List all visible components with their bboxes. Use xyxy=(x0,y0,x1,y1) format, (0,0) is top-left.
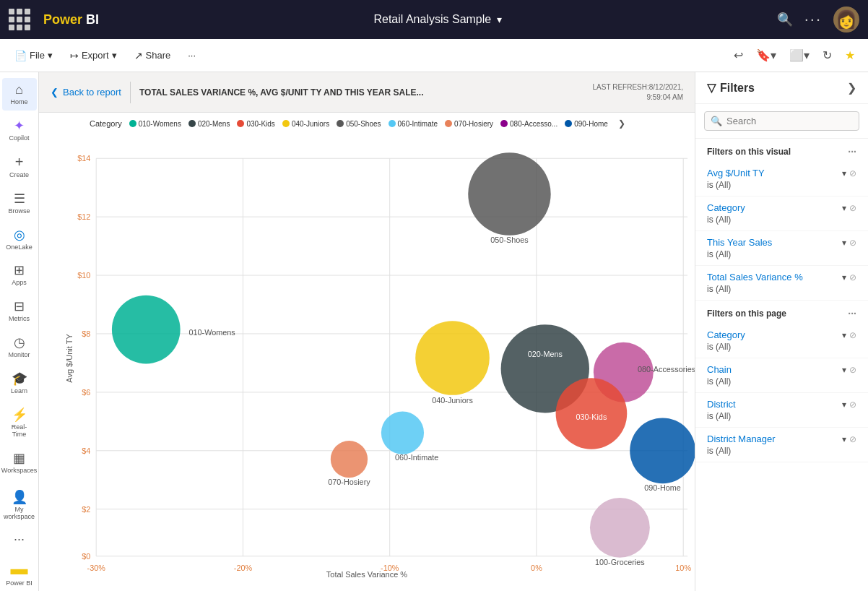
sidebar-item-monitor[interactable]: ◷ Monitor xyxy=(2,330,37,363)
filter-district-clear[interactable]: ⊘ xyxy=(849,400,856,410)
filter-chain-clear[interactable]: ⊘ xyxy=(849,365,856,375)
filters-header: ▽ Filters ❯ xyxy=(695,72,868,104)
filter-this-year-sales-name: This Year Sales xyxy=(707,237,772,248)
copilot-icon: ✦ xyxy=(14,118,25,134)
filter-total-sales-variance-clear[interactable]: ⊘ xyxy=(849,272,856,282)
file-label: File xyxy=(30,50,45,61)
filter-district-manager-chevron[interactable]: ▾ xyxy=(842,434,846,444)
search-magnifier-icon: 🔍 xyxy=(711,116,722,126)
bookmark-button[interactable]: 🔖▾ xyxy=(752,46,781,65)
filter-district-manager-clear[interactable]: ⊘ xyxy=(849,434,856,444)
filter-category-visual-chevron[interactable]: ▾ xyxy=(842,203,846,213)
filter-category-page-value: is (All) xyxy=(707,342,856,352)
filter-this-year-sales-chevron[interactable]: ▾ xyxy=(842,238,846,248)
favorite-button[interactable]: ★ xyxy=(841,46,859,65)
back-to-report-button[interactable]: ❮ Back to report xyxy=(51,87,121,98)
sidebar-item-copilot[interactable]: ✦ Copilot xyxy=(2,113,37,147)
filter-avg-unit-ty[interactable]: Avg $/Unit TY ▾ ⊘ is (All) xyxy=(695,162,868,197)
search-box: 🔍 xyxy=(704,111,859,131)
sidebar-item-browse[interactable]: ☰ Browse xyxy=(2,186,37,220)
more-options-icon[interactable]: ··· xyxy=(804,10,822,29)
sidebar-item-create[interactable]: + Create xyxy=(2,150,37,184)
sidebar-item-metrics[interactable]: ⊟ Metrics xyxy=(2,294,37,327)
filter-total-sales-variance-chevron[interactable]: ▾ xyxy=(842,272,846,282)
avatar[interactable]: 👩 xyxy=(833,7,859,33)
filter-total-sales-variance[interactable]: Total Sales Variance % ▾ ⊘ is (All) xyxy=(695,266,868,301)
filter-this-year-sales[interactable]: This Year Sales ▾ ⊘ is (All) xyxy=(695,231,868,266)
filter-avg-unit-ty-clear[interactable]: ⊘ xyxy=(849,168,856,178)
filter-chain-chevron[interactable]: ▾ xyxy=(842,365,846,375)
filter-category-page-chevron[interactable]: ▾ xyxy=(842,330,846,340)
svg-text:100-Groceries: 100-Groceries xyxy=(595,558,645,566)
sidebar-item-my-workspace[interactable]: 👤 Myworkspace xyxy=(2,485,37,525)
bubble-050-shoes[interactable] xyxy=(468,152,550,235)
left-sidebar: ⌂ Home ✦ Copilot + Create ☰ Browse ◎ One… xyxy=(0,72,39,591)
svg-text:090-Home: 090-Home xyxy=(644,483,681,492)
sidebar-item-home[interactable]: ⌂ Home xyxy=(2,78,37,111)
back-chevron-icon: ❮ xyxy=(51,87,58,98)
legend-item-020: 020-Mens xyxy=(188,120,230,128)
legend-label-050: 050-Shoes xyxy=(346,120,381,128)
svg-text:$6: $6 xyxy=(82,388,90,397)
refresh-button[interactable]: ↻ xyxy=(818,46,836,65)
filters-search: 🔍 xyxy=(695,104,868,139)
header-divider xyxy=(130,82,131,103)
file-button[interactable]: 📄 File ▾ xyxy=(9,47,58,64)
more-toolbar-button[interactable]: ··· xyxy=(182,47,201,64)
filters-on-visual-header: Filters on this visual ··· xyxy=(695,139,868,162)
sidebar-item-onelake[interactable]: ◎ OneLake xyxy=(2,223,37,256)
legend-item-090: 090-Home xyxy=(565,120,608,128)
view-button[interactable]: ⬜▾ xyxy=(785,46,814,65)
bubble-040-juniors[interactable] xyxy=(415,321,490,395)
filter-category-page-clear[interactable]: ⊘ xyxy=(849,330,856,340)
filter-district-manager[interactable]: District Manager ▾ ⊘ is (All) xyxy=(695,428,868,462)
bubble-070-hosiery[interactable] xyxy=(331,441,368,478)
legend-dot-050 xyxy=(337,120,344,127)
bubble-060-intimate[interactable] xyxy=(381,412,424,454)
bubble-100-groceries[interactable] xyxy=(590,498,650,558)
share-button[interactable]: ↗ Share xyxy=(129,47,177,64)
undo-button[interactable]: ↩ xyxy=(729,46,747,65)
filter-category-visual-clear[interactable]: ⊘ xyxy=(849,203,856,213)
filter-category-visual-value: is (All) xyxy=(707,215,856,225)
filter-district-chevron[interactable]: ▾ xyxy=(842,400,846,410)
monitor-icon: ◷ xyxy=(14,335,25,350)
legend-item-010: 010-Womens xyxy=(129,120,181,128)
legend-label-010: 010-Womens xyxy=(139,120,181,128)
bubble-090-home[interactable] xyxy=(630,418,695,483)
filter-category-visual[interactable]: Category ▾ ⊘ is (All) xyxy=(695,197,868,231)
toolbar-right: ↩ 🔖▾ ⬜▾ ↻ ★ xyxy=(729,46,859,65)
export-button[interactable]: ↦ Export ▾ xyxy=(64,47,123,64)
sidebar-item-apps[interactable]: ⊞ Apps xyxy=(2,258,37,291)
realtime-icon: ⚡ xyxy=(12,407,27,423)
sidebar-item-powerbi[interactable]: ▬ Power BI xyxy=(2,554,37,591)
filter-this-year-sales-clear[interactable]: ⊘ xyxy=(849,238,856,248)
bubble-010-womens[interactable] xyxy=(112,296,181,364)
app-grid-button[interactable] xyxy=(9,9,30,30)
search-icon[interactable]: 🔍 xyxy=(777,12,793,27)
report-title-nav: Retail Analysis Sample xyxy=(373,13,491,26)
filter-chain[interactable]: Chain ▾ ⊘ is (All) xyxy=(695,358,868,393)
filters-on-visual-more[interactable]: ··· xyxy=(848,146,856,158)
sidebar-item-more[interactable]: ··· xyxy=(2,527,37,551)
legend-chevron[interactable]: ❯ xyxy=(618,118,625,129)
filter-district-manager-value: is (All) xyxy=(707,446,856,456)
svg-text:080-Accessories: 080-Accessories xyxy=(638,365,695,374)
filters-expand-icon[interactable]: ❯ xyxy=(847,81,856,95)
filter-district[interactable]: District ▾ ⊘ is (All) xyxy=(695,393,868,428)
filter-category-page-name: Category xyxy=(707,329,745,340)
sidebar-item-workspaces[interactable]: ▦ Workspaces xyxy=(2,446,37,479)
legend-label-070: 070-Hosiery xyxy=(454,120,493,128)
filter-chain-name: Chain xyxy=(707,364,732,375)
nav-center: Retail Analysis Sample ▾ xyxy=(108,13,768,26)
sidebar-item-learn[interactable]: 🎓 Learn xyxy=(2,366,37,400)
filters-on-page-more[interactable]: ··· xyxy=(848,308,856,319)
sidebar-label-learn: Learn xyxy=(11,388,27,395)
filter-avg-unit-ty-chevron[interactable]: ▾ xyxy=(842,168,846,178)
sidebar-item-realtime[interactable]: ⚡ Real-Time xyxy=(2,402,37,443)
sidebar-label-monitor: Monitor xyxy=(8,352,30,359)
filter-search-input[interactable] xyxy=(726,116,853,126)
filter-category-page[interactable]: Category ▾ ⊘ is (All) xyxy=(695,324,868,358)
sidebar-label-metrics: Metrics xyxy=(9,316,30,323)
title-chevron[interactable]: ▾ xyxy=(497,14,502,25)
